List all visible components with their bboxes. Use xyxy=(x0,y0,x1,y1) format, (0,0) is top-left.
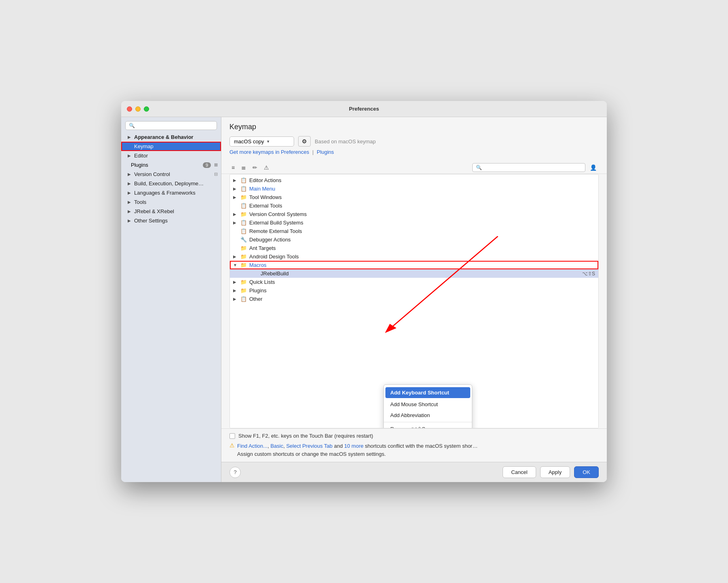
page-title: Keymap xyxy=(229,123,599,131)
context-menu-separator xyxy=(384,422,472,422)
grid-icon: ⊞ xyxy=(214,162,218,168)
folder-icon: 📁 xyxy=(240,262,248,268)
user-shortcut-button[interactable]: 👤 xyxy=(588,163,599,172)
minimize-button[interactable] xyxy=(135,106,141,111)
tree-label-ant-targets: Ant Targets xyxy=(249,245,595,251)
sidebar-item-version-control-label: Version Control xyxy=(134,171,170,177)
tree-row-version-control-systems[interactable]: ▶ 📁 Version Control Systems xyxy=(230,210,598,218)
tree-row-jrebelbuild[interactable]: ▶ JRebelBuild ⌥⇧S xyxy=(230,269,598,278)
plugins-link[interactable]: Plugins xyxy=(317,149,334,155)
sidebar-item-editor[interactable]: ▶ Editor xyxy=(121,151,221,160)
keymap-gear-button[interactable]: ⚙ xyxy=(298,136,311,147)
tree-row-tool-windows[interactable]: ▶ 📁 Tool Windows xyxy=(230,193,598,201)
sidebar-item-tools[interactable]: ▶ Tools xyxy=(121,197,221,207)
action-icon: 📋 xyxy=(240,296,248,302)
tree-row-plugins[interactable]: ▶ 📁 Plugins xyxy=(230,286,598,295)
context-menu-item-add-abbreviation[interactable]: Add Abbreviation xyxy=(384,410,472,421)
context-menu-item-remove[interactable]: Remove ⌥⇧S xyxy=(384,424,472,428)
folder-icon: 📁 xyxy=(240,279,248,285)
tree-row-android-design-tools[interactable]: ▶ 📁 Android Design Tools xyxy=(230,252,598,261)
tree-label-main-menu: Main Menu xyxy=(249,186,595,192)
tree-row-macros[interactable]: ▼ 📁 Macros xyxy=(230,261,598,269)
sidebar-item-keymap[interactable]: ▶ Keymap xyxy=(121,142,221,151)
select-previous-tab-link[interactable]: Select Previous Tab xyxy=(286,443,332,449)
action-icon: 📋 xyxy=(240,220,248,226)
sidebar-item-editor-label: Editor xyxy=(134,153,148,159)
context-menu-item-add-mouse-shortcut[interactable]: Add Mouse Shortcut xyxy=(384,399,472,410)
chevron-down-icon: ▼ xyxy=(233,263,239,267)
context-menu-item-add-keyboard-shortcut[interactable]: Add Keyboard Shortcut xyxy=(385,387,470,398)
tree-row-external-build-systems[interactable]: ▶ 📋 External Build Systems xyxy=(230,218,598,227)
tree-row-debugger-actions[interactable]: ▶ 🔧 Debugger Actions xyxy=(230,235,598,244)
tree-row-external-tools[interactable]: ▶ 📋 External Tools xyxy=(230,201,598,210)
footer: ? Cancel Apply OK xyxy=(221,462,607,482)
folder-icon: 📋 xyxy=(240,186,248,192)
settings-icon: ⊟ xyxy=(214,172,218,177)
sidebar-item-plugins[interactable]: Plugins 9 ⊞ xyxy=(121,160,221,170)
folder-icon: 📁 xyxy=(240,245,248,251)
toolbar-search-box[interactable]: 🔍 xyxy=(472,163,585,172)
tree-label-debugger-actions: Debugger Actions xyxy=(249,237,595,243)
keymap-dropdown-value: macOS copy xyxy=(234,138,264,145)
tree-label-version-control-systems: Version Control Systems xyxy=(249,211,595,217)
help-button[interactable]: ? xyxy=(229,467,241,478)
tree-label-other: Other xyxy=(249,296,595,302)
more-link[interactable]: 10 more xyxy=(344,443,364,449)
apply-button[interactable]: Apply xyxy=(540,466,570,478)
question-mark-icon: ? xyxy=(234,469,236,475)
tree-label-remote-external-tools: Remote External Tools xyxy=(249,228,595,234)
conflicts-button[interactable]: ⚠ xyxy=(262,163,271,172)
close-button[interactable] xyxy=(127,106,132,111)
tree-row-main-menu[interactable]: ▶ 📋 Main Menu xyxy=(230,185,598,193)
sidebar-item-version-control[interactable]: ▶ Version Control ⊟ xyxy=(121,170,221,179)
conflict-text: Find Action..., Basic, Select Previous T… xyxy=(237,442,478,458)
basic-link[interactable]: Basic xyxy=(270,443,283,449)
chevron-right-icon: ▶ xyxy=(233,288,239,293)
main-panel: Keymap macOS copy ▾ ⚙ Based on macOS key… xyxy=(221,117,607,482)
chevron-right-icon: ▶ xyxy=(128,153,132,158)
sidebar-item-build[interactable]: ▶ Build, Execution, Deployme… xyxy=(121,179,221,188)
chevron-right-icon: ▶ xyxy=(233,178,239,182)
warning-icon: ⚠ xyxy=(229,442,235,449)
sidebar-item-jrebel[interactable]: ▶ JRebel & XRebel xyxy=(121,207,221,216)
tree-row-editor-actions[interactable]: ▶ 📋 Editor Actions xyxy=(230,176,598,185)
maximize-button[interactable] xyxy=(144,106,149,111)
action-icon: 📋 xyxy=(240,228,248,234)
tree-label-macros: Macros xyxy=(249,262,595,268)
toolbar-search-input[interactable] xyxy=(484,165,582,170)
tree-row-ant-targets[interactable]: ▶ 📁 Ant Targets xyxy=(230,244,598,252)
context-menu: Add Keyboard Shortcut Add Mouse Shortcut… xyxy=(383,384,472,428)
folder-icon: 📁 xyxy=(240,194,248,200)
preferences-window: Preferences 🔍 ▶ Appearance & Behavior ▶ … xyxy=(121,101,607,482)
touch-bar-checkbox-label: Show F1, F2, etc. keys on the Touch Bar … xyxy=(238,433,373,439)
sidebar-search-input[interactable] xyxy=(137,123,213,128)
sidebar: 🔍 ▶ Appearance & Behavior ▶ Keymap ▶ Edi… xyxy=(121,117,221,482)
expand-all-button[interactable]: ≡ xyxy=(229,163,237,172)
edit-button[interactable]: ✏ xyxy=(250,163,259,172)
folder-icon: 📁 xyxy=(240,211,248,217)
tree-row-remote-external-tools[interactable]: ▶ 📋 Remote External Tools xyxy=(230,227,598,235)
tree-row-other[interactable]: ▶ 📋 Other xyxy=(230,295,598,303)
search-icon: 🔍 xyxy=(476,165,482,170)
get-more-keymaps-link[interactable]: Get more keymaps in Preferences xyxy=(229,149,309,155)
tree-row-quick-lists[interactable]: ▶ 📁 Quick Lists xyxy=(230,278,598,286)
sidebar-search-box[interactable]: 🔍 xyxy=(125,121,217,130)
chevron-right-icon: ▶ xyxy=(233,297,239,301)
sidebar-item-other-settings[interactable]: ▶ Other Settings xyxy=(121,216,221,225)
tree-label-external-tools: External Tools xyxy=(249,203,595,209)
tree-label-jrebelbuild: JRebelBuild xyxy=(261,271,581,277)
collapse-all-button[interactable]: ≣ xyxy=(239,163,248,172)
cancel-button[interactable]: Cancel xyxy=(503,466,536,478)
bottom-area: Show F1, F2, etc. keys on the Touch Bar … xyxy=(221,428,607,462)
tree-label-plugins: Plugins xyxy=(249,287,595,294)
ok-button[interactable]: OK xyxy=(574,466,599,478)
keymap-dropdown[interactable]: macOS copy ▾ xyxy=(229,136,294,147)
folder-icon: 📁 xyxy=(240,287,248,294)
find-action-link[interactable]: Find Action... xyxy=(237,443,267,449)
tree-label-tool-windows: Tool Windows xyxy=(249,194,595,200)
touch-bar-checkbox[interactable] xyxy=(229,433,235,439)
plugins-icons: 9 ⊞ xyxy=(203,162,218,168)
sidebar-item-languages[interactable]: ▶ Languages & Frameworks xyxy=(121,188,221,197)
search-icon: 🔍 xyxy=(129,123,135,128)
sidebar-item-appearance[interactable]: ▶ Appearance & Behavior xyxy=(121,132,221,142)
